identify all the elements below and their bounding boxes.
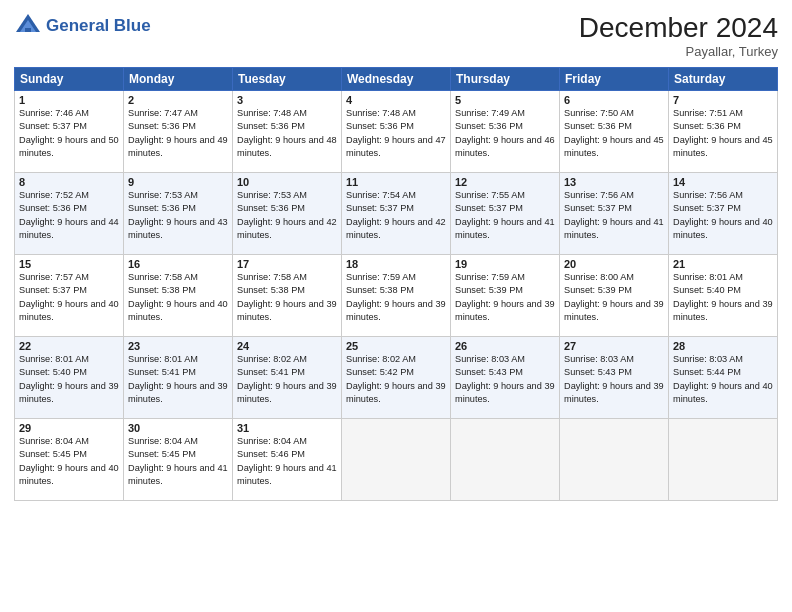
day-number: 28 <box>673 340 773 352</box>
col-monday: Monday <box>124 68 233 91</box>
day-info: Sunrise: 7:48 AMSunset: 5:36 PMDaylight:… <box>346 107 446 160</box>
table-cell: 23Sunrise: 8:01 AMSunset: 5:41 PMDayligh… <box>124 337 233 419</box>
day-number: 1 <box>19 94 119 106</box>
table-cell: 4Sunrise: 7:48 AMSunset: 5:36 PMDaylight… <box>342 91 451 173</box>
table-cell: 19Sunrise: 7:59 AMSunset: 5:39 PMDayligh… <box>451 255 560 337</box>
day-info: Sunrise: 7:50 AMSunset: 5:36 PMDaylight:… <box>564 107 664 160</box>
day-info: Sunrise: 7:53 AMSunset: 5:36 PMDaylight:… <box>237 189 337 242</box>
table-cell: 1Sunrise: 7:46 AMSunset: 5:37 PMDaylight… <box>15 91 124 173</box>
day-number: 19 <box>455 258 555 270</box>
day-number: 26 <box>455 340 555 352</box>
table-cell: 9Sunrise: 7:53 AMSunset: 5:36 PMDaylight… <box>124 173 233 255</box>
day-number: 5 <box>455 94 555 106</box>
table-cell: 7Sunrise: 7:51 AMSunset: 5:36 PMDaylight… <box>669 91 778 173</box>
calendar-row-1: 1Sunrise: 7:46 AMSunset: 5:37 PMDaylight… <box>15 91 778 173</box>
day-number: 9 <box>128 176 228 188</box>
table-cell: 29Sunrise: 8:04 AMSunset: 5:45 PMDayligh… <box>15 419 124 501</box>
table-cell: 15Sunrise: 7:57 AMSunset: 5:37 PMDayligh… <box>15 255 124 337</box>
day-number: 7 <box>673 94 773 106</box>
day-number: 16 <box>128 258 228 270</box>
day-info: Sunrise: 8:04 AMSunset: 5:46 PMDaylight:… <box>237 435 337 488</box>
day-info: Sunrise: 8:02 AMSunset: 5:42 PMDaylight:… <box>346 353 446 406</box>
day-info: Sunrise: 7:46 AMSunset: 5:37 PMDaylight:… <box>19 107 119 160</box>
table-cell: 31Sunrise: 8:04 AMSunset: 5:46 PMDayligh… <box>233 419 342 501</box>
day-number: 10 <box>237 176 337 188</box>
table-cell: 10Sunrise: 7:53 AMSunset: 5:36 PMDayligh… <box>233 173 342 255</box>
day-info: Sunrise: 8:01 AMSunset: 5:40 PMDaylight:… <box>19 353 119 406</box>
day-number: 27 <box>564 340 664 352</box>
calendar-table: Sunday Monday Tuesday Wednesday Thursday… <box>14 67 778 501</box>
day-info: Sunrise: 7:51 AMSunset: 5:36 PMDaylight:… <box>673 107 773 160</box>
table-cell: 5Sunrise: 7:49 AMSunset: 5:36 PMDaylight… <box>451 91 560 173</box>
day-info: Sunrise: 7:56 AMSunset: 5:37 PMDaylight:… <box>673 189 773 242</box>
table-cell: 13Sunrise: 7:56 AMSunset: 5:37 PMDayligh… <box>560 173 669 255</box>
day-number: 12 <box>455 176 555 188</box>
table-cell: 20Sunrise: 8:00 AMSunset: 5:39 PMDayligh… <box>560 255 669 337</box>
col-tuesday: Tuesday <box>233 68 342 91</box>
table-cell: 14Sunrise: 7:56 AMSunset: 5:37 PMDayligh… <box>669 173 778 255</box>
day-number: 20 <box>564 258 664 270</box>
location: Payallar, Turkey <box>579 44 778 59</box>
day-number: 31 <box>237 422 337 434</box>
day-info: Sunrise: 7:59 AMSunset: 5:38 PMDaylight:… <box>346 271 446 324</box>
day-number: 23 <box>128 340 228 352</box>
title-section: December 2024 Payallar, Turkey <box>579 12 778 59</box>
day-info: Sunrise: 7:49 AMSunset: 5:36 PMDaylight:… <box>455 107 555 160</box>
day-info: Sunrise: 8:01 AMSunset: 5:41 PMDaylight:… <box>128 353 228 406</box>
table-cell <box>342 419 451 501</box>
day-info: Sunrise: 7:59 AMSunset: 5:39 PMDaylight:… <box>455 271 555 324</box>
table-cell: 11Sunrise: 7:54 AMSunset: 5:37 PMDayligh… <box>342 173 451 255</box>
day-info: Sunrise: 7:55 AMSunset: 5:37 PMDaylight:… <box>455 189 555 242</box>
table-cell <box>560 419 669 501</box>
day-info: Sunrise: 8:00 AMSunset: 5:39 PMDaylight:… <box>564 271 664 324</box>
table-cell: 8Sunrise: 7:52 AMSunset: 5:36 PMDaylight… <box>15 173 124 255</box>
day-info: Sunrise: 7:58 AMSunset: 5:38 PMDaylight:… <box>237 271 337 324</box>
day-number: 6 <box>564 94 664 106</box>
day-info: Sunrise: 7:47 AMSunset: 5:36 PMDaylight:… <box>128 107 228 160</box>
day-number: 29 <box>19 422 119 434</box>
day-info: Sunrise: 7:52 AMSunset: 5:36 PMDaylight:… <box>19 189 119 242</box>
header: General Blue December 2024 Payallar, Tur… <box>14 12 778 59</box>
table-cell: 12Sunrise: 7:55 AMSunset: 5:37 PMDayligh… <box>451 173 560 255</box>
day-info: Sunrise: 7:53 AMSunset: 5:36 PMDaylight:… <box>128 189 228 242</box>
table-cell: 6Sunrise: 7:50 AMSunset: 5:36 PMDaylight… <box>560 91 669 173</box>
table-cell: 21Sunrise: 8:01 AMSunset: 5:40 PMDayligh… <box>669 255 778 337</box>
col-saturday: Saturday <box>669 68 778 91</box>
calendar-row-3: 15Sunrise: 7:57 AMSunset: 5:37 PMDayligh… <box>15 255 778 337</box>
day-number: 11 <box>346 176 446 188</box>
day-number: 21 <box>673 258 773 270</box>
day-number: 17 <box>237 258 337 270</box>
table-cell: 24Sunrise: 8:02 AMSunset: 5:41 PMDayligh… <box>233 337 342 419</box>
day-info: Sunrise: 8:02 AMSunset: 5:41 PMDaylight:… <box>237 353 337 406</box>
day-number: 3 <box>237 94 337 106</box>
table-cell: 25Sunrise: 8:02 AMSunset: 5:42 PMDayligh… <box>342 337 451 419</box>
table-cell: 16Sunrise: 7:58 AMSunset: 5:38 PMDayligh… <box>124 255 233 337</box>
day-info: Sunrise: 7:57 AMSunset: 5:37 PMDaylight:… <box>19 271 119 324</box>
day-info: Sunrise: 8:03 AMSunset: 5:43 PMDaylight:… <box>564 353 664 406</box>
day-number: 15 <box>19 258 119 270</box>
table-cell: 30Sunrise: 8:04 AMSunset: 5:45 PMDayligh… <box>124 419 233 501</box>
day-number: 22 <box>19 340 119 352</box>
page: General Blue December 2024 Payallar, Tur… <box>0 0 792 612</box>
day-number: 14 <box>673 176 773 188</box>
calendar-row-5: 29Sunrise: 8:04 AMSunset: 5:45 PMDayligh… <box>15 419 778 501</box>
day-number: 8 <box>19 176 119 188</box>
col-friday: Friday <box>560 68 669 91</box>
col-thursday: Thursday <box>451 68 560 91</box>
col-sunday: Sunday <box>15 68 124 91</box>
day-number: 2 <box>128 94 228 106</box>
day-info: Sunrise: 8:03 AMSunset: 5:44 PMDaylight:… <box>673 353 773 406</box>
svg-rect-2 <box>25 28 31 32</box>
day-info: Sunrise: 8:01 AMSunset: 5:40 PMDaylight:… <box>673 271 773 324</box>
day-number: 4 <box>346 94 446 106</box>
table-cell: 28Sunrise: 8:03 AMSunset: 5:44 PMDayligh… <box>669 337 778 419</box>
month-title: December 2024 <box>579 12 778 44</box>
day-info: Sunrise: 8:04 AMSunset: 5:45 PMDaylight:… <box>19 435 119 488</box>
day-info: Sunrise: 7:54 AMSunset: 5:37 PMDaylight:… <box>346 189 446 242</box>
day-number: 24 <box>237 340 337 352</box>
day-info: Sunrise: 8:03 AMSunset: 5:43 PMDaylight:… <box>455 353 555 406</box>
day-number: 13 <box>564 176 664 188</box>
table-cell: 2Sunrise: 7:47 AMSunset: 5:36 PMDaylight… <box>124 91 233 173</box>
day-number: 18 <box>346 258 446 270</box>
table-cell: 27Sunrise: 8:03 AMSunset: 5:43 PMDayligh… <box>560 337 669 419</box>
